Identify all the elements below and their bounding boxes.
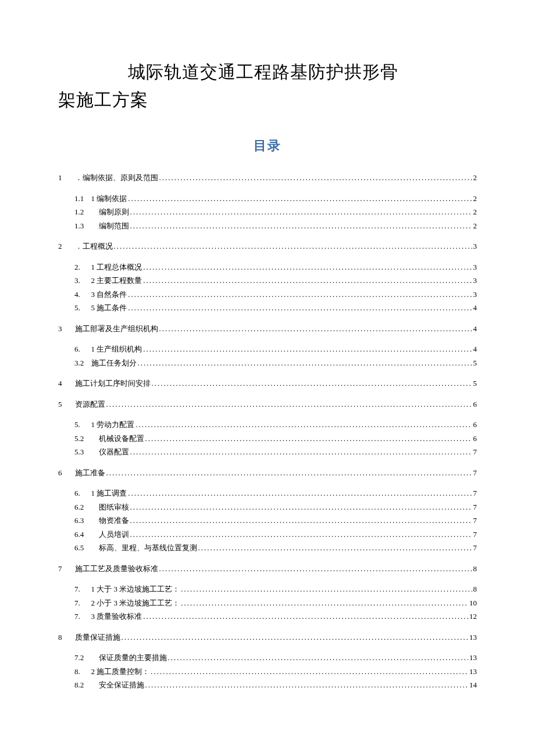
- toc-leader-dots: [159, 563, 472, 575]
- toc-entry-number: 4.: [74, 289, 91, 300]
- toc-entry-number: 8.2: [74, 679, 91, 691]
- toc-entry-page: 2: [473, 220, 477, 232]
- toc-entry-text: 图纸审核: [91, 503, 129, 511]
- toc-entry-text: ．编制依据、原则及范围: [75, 173, 158, 182]
- toc-entry-page: 7: [473, 515, 477, 526]
- toc-entry-label: 3施工部署及生产组织机构: [58, 323, 158, 335]
- toc-entry-label: 7施工工艺及质量验收标准: [58, 563, 158, 575]
- toc-entry[interactable]: 1.11 编制依据2: [74, 193, 477, 205]
- toc-entry[interactable]: 5.1 劳动力配置6: [74, 419, 477, 431]
- toc-entry-page: 7: [473, 529, 477, 540]
- toc-entry[interactable]: 5.2 机械设备配置 6: [74, 433, 477, 445]
- toc-entry[interactable]: 5.5 施工条件4: [74, 302, 477, 314]
- toc-entry[interactable]: 6.4 人员培训 7: [74, 529, 477, 540]
- toc-entry-number: 7: [58, 563, 75, 575]
- toc-entry[interactable]: 6.2 图纸审核 7: [74, 501, 477, 513]
- toc-entry[interactable]: 7.2 保证质量的主要措施13: [74, 652, 477, 664]
- toc-entry-page: 6: [473, 419, 477, 431]
- toc-entry-label: 5.5 施工条件: [74, 302, 127, 314]
- toc-entry-number: 7.: [74, 597, 91, 609]
- toc-entry[interactable]: 2.1 工程总体概况3: [74, 261, 477, 273]
- toc-leader-dots: [168, 652, 468, 664]
- table-of-contents: 1．编制依据、原则及范围21.11 编制依据21.2 编制原则 21.3 编制范…: [58, 172, 477, 691]
- toc-entry-number: 3.2: [74, 357, 91, 369]
- toc-leader-dots: [151, 666, 468, 678]
- toc-leader-dots: [181, 597, 468, 609]
- toc-entry-page: 2: [473, 172, 477, 184]
- toc-entry-page: 6: [473, 433, 477, 445]
- toc-entry-text: 1 劳动力配置: [91, 420, 135, 429]
- title-line-1: 城际轨道交通工程路基防护拱形骨: [58, 58, 477, 86]
- toc-entry-number: 5.: [74, 302, 91, 314]
- toc-entry-text: 施工部署及生产组织机构: [75, 324, 158, 333]
- toc-entry-number: 1.2: [74, 206, 91, 218]
- toc-entry-page: 8: [473, 583, 477, 595]
- toc-entry-text: 施工准备: [75, 468, 105, 477]
- toc-entry[interactable]: 7.2 小于 3 米边坡施工工艺：10: [74, 597, 477, 609]
- toc-entry-page: 13: [469, 666, 477, 678]
- toc-leader-dots: [181, 583, 472, 595]
- toc-entry[interactable]: 3.2施工任务划分 5: [74, 357, 477, 369]
- toc-leader-dots: [106, 467, 472, 479]
- toc-leader-dots: [114, 241, 472, 252]
- toc-entry-page: 4: [473, 302, 477, 314]
- toc-entry-text: 1 施工调查: [91, 489, 127, 497]
- toc-leader-dots: [138, 357, 472, 369]
- toc-entry-number: 6.3: [74, 515, 91, 526]
- toc-entry-number: 5: [58, 399, 75, 410]
- toc-entry-number: 6.2: [74, 501, 91, 513]
- toc-entry-number: 5.3: [74, 446, 91, 458]
- toc-entry[interactable]: 1.2 编制原则 2: [74, 206, 477, 218]
- toc-entry-text: 2 主要工程数量: [91, 276, 142, 285]
- toc-entry[interactable]: 3.2 主要工程数量3: [74, 275, 477, 286]
- toc-entry[interactable]: 7.3 质量验收标准12: [74, 611, 477, 622]
- toc-entry[interactable]: 2．工程概况3: [58, 241, 477, 252]
- toc-entry[interactable]: 5资源配置 6: [58, 399, 477, 410]
- toc-entry-number: 1.1: [74, 193, 91, 205]
- toc-entry-text: 施工工艺及质量验收标准: [75, 564, 158, 573]
- toc-entry[interactable]: 5.3 仪器配置 7: [74, 446, 477, 458]
- toc-entry[interactable]: 3施工部署及生产组织机构 4: [58, 323, 477, 335]
- toc-entry-page: 8: [473, 563, 477, 575]
- toc-entry-label: 8.2 施工质量控制：: [74, 666, 149, 678]
- toc-entry[interactable]: 6施工准备 7: [58, 467, 477, 479]
- toc-entry[interactable]: 8质量保证措施 13: [58, 632, 477, 643]
- toc-entry[interactable]: 8.2 安全保证措施 14: [74, 679, 477, 691]
- toc-leader-dots: [143, 261, 472, 273]
- toc-entry[interactable]: 6.3 物资准备 7: [74, 515, 477, 526]
- document-title: 城际轨道交通工程路基防护拱形骨 架施工方案: [58, 58, 477, 114]
- toc-leader-dots: [143, 343, 472, 355]
- toc-entry-page: 7: [473, 542, 477, 554]
- toc-entry[interactable]: 6.5 标高、里程、与基线位置复测 7: [74, 542, 477, 554]
- toc-entry-text: 物资准备: [91, 516, 129, 525]
- toc-entry-label: 7.3 质量验收标准: [74, 611, 142, 622]
- toc-entry-label: 6施工准备: [58, 467, 105, 479]
- toc-entry[interactable]: 4.3 自然条件3: [74, 289, 477, 300]
- toc-entry-label: 6.4 人员培训: [74, 529, 129, 540]
- toc-leader-dots: [128, 193, 472, 205]
- toc-entry-text: 资源配置: [75, 400, 105, 409]
- toc-entry[interactable]: 7.1 大于 3 米边坡施工工艺：8: [74, 583, 477, 595]
- toc-entry-label: 4施工计划工序时间安排: [58, 378, 151, 389]
- toc-entry-label: 1.3 编制范围: [74, 220, 129, 232]
- document-page: 城际轨道交通工程路基防护拱形骨 架施工方案 目录 1．编制依据、原则及范围21.…: [0, 0, 535, 728]
- toc-entry-label: 7.2 保证质量的主要措施: [74, 652, 167, 664]
- toc-entry-page: 7: [473, 501, 477, 513]
- toc-entry-text: 3 自然条件: [91, 290, 127, 299]
- toc-entry[interactable]: 6.1 施工调查7: [74, 488, 477, 499]
- toc-entry[interactable]: 1.3 编制范围2: [74, 220, 477, 232]
- toc-entry[interactable]: 6.1 生产组织机构4: [74, 343, 477, 355]
- toc-entry-number: 6.4: [74, 529, 91, 540]
- toc-entry[interactable]: 4施工计划工序时间安排 5: [58, 378, 477, 389]
- toc-entry[interactable]: 8.2 施工质量控制：13: [74, 666, 477, 678]
- toc-entry-text: 2 施工质量控制：: [91, 667, 150, 676]
- toc-leader-dots: [128, 289, 472, 300]
- toc-leader-dots: [130, 515, 472, 526]
- toc-leader-dots: [130, 446, 472, 458]
- toc-entry-text: 人员培训: [91, 530, 129, 539]
- toc-heading: 目录: [58, 137, 477, 155]
- title-line-2: 架施工方案: [58, 86, 477, 114]
- toc-entry[interactable]: 1．编制依据、原则及范围2: [58, 172, 477, 184]
- toc-entry[interactable]: 7施工工艺及质量验收标准 8: [58, 563, 477, 575]
- toc-entry-text: ．工程概况: [75, 242, 113, 250]
